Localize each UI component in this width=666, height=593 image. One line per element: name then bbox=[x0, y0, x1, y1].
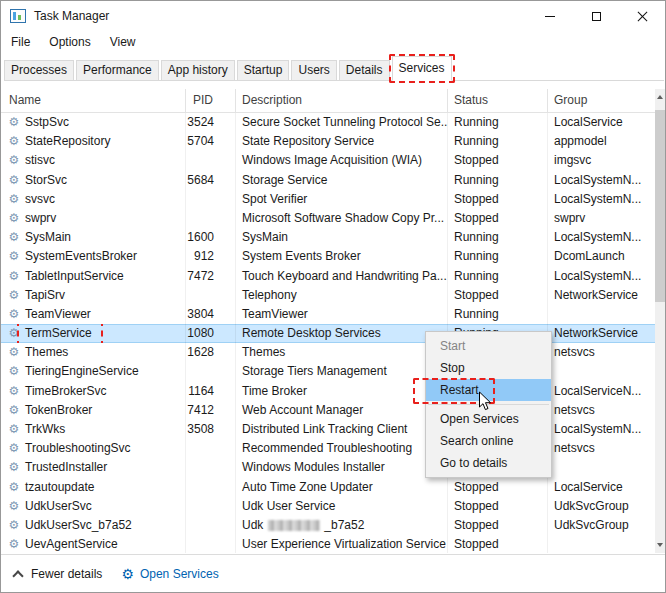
service-gear-icon: ⚙ bbox=[7, 190, 21, 209]
service-name: TeamViewer bbox=[25, 305, 91, 324]
scroll-down-button[interactable] bbox=[655, 537, 665, 553]
table-row[interactable]: ⚙TeamViewer3804TeamViewerRunning bbox=[1, 305, 656, 324]
maximize-button[interactable] bbox=[573, 1, 619, 31]
cell-name: ⚙Themes bbox=[1, 343, 186, 362]
column-header-pid[interactable]: PID bbox=[186, 89, 236, 112]
cell-description: Secure Socket Tunneling Protocol Se... bbox=[236, 113, 448, 132]
tab-processes[interactable]: Processes bbox=[4, 60, 74, 81]
title-bar: Task Manager bbox=[1, 1, 665, 31]
table-row[interactable]: ⚙TapiSrvTelephonyStoppedNetworkService bbox=[1, 286, 656, 305]
vertical-scrollbar[interactable] bbox=[655, 89, 665, 553]
cell-status: Running bbox=[448, 267, 548, 286]
service-gear-icon: ⚙ bbox=[7, 132, 21, 151]
service-gear-icon: ⚙ bbox=[7, 343, 21, 362]
table-row[interactable]: ⚙TimeBrokerSvc1164Time BrokerLocalServic… bbox=[1, 382, 656, 401]
cell-group: LocalSystemN... bbox=[548, 190, 655, 209]
table-row[interactable]: ⚙swprvMicrosoft Software Shadow Copy Pr.… bbox=[1, 209, 656, 228]
maximize-icon bbox=[592, 12, 601, 21]
cell-name: ⚙TieringEngineService bbox=[1, 362, 186, 381]
cell-group bbox=[548, 458, 655, 477]
menu-view[interactable]: View bbox=[110, 31, 136, 54]
menu-item-stop[interactable]: Stop bbox=[426, 357, 551, 379]
fewer-details-button[interactable]: Fewer details bbox=[14, 567, 102, 581]
column-header-status[interactable]: Status bbox=[448, 89, 548, 112]
table-row[interactable]: ⚙UevAgentServiceUser Experience Virtuali… bbox=[1, 535, 656, 553]
cell-description: Storage Tiers Management bbox=[236, 362, 448, 381]
table-row[interactable]: ⚙SystemEventsBroker912System Events Brok… bbox=[1, 247, 656, 266]
menu-options[interactable]: Options bbox=[49, 31, 90, 54]
table-row[interactable]: ⚙UdkUserSvc_b7a52Udk_b7a52StoppedUdkSvcG… bbox=[1, 516, 656, 535]
table-row[interactable]: ⚙TabletInputService7472Touch Keyboard an… bbox=[1, 267, 656, 286]
cell-pid: 3508 bbox=[186, 420, 236, 439]
cell-pid bbox=[186, 190, 236, 209]
cell-group: UdkSvcGroup bbox=[548, 497, 655, 516]
cell-group: LocalSystemN... bbox=[548, 228, 655, 247]
minimize-button[interactable] bbox=[527, 1, 573, 31]
cell-status: Stopped bbox=[448, 209, 548, 228]
table-row[interactable]: ⚙TrkWks3508Distributed Link Tracking Cli… bbox=[1, 420, 656, 439]
service-name: TermService bbox=[25, 324, 92, 343]
scroll-up-button[interactable] bbox=[655, 89, 665, 105]
menu-item-search-online[interactable]: Search online bbox=[426, 430, 551, 452]
table-row[interactable]: ⚙Themes1628Themesnetsvcs bbox=[1, 343, 656, 362]
scrollbar-thumb[interactable] bbox=[655, 110, 665, 302]
tab-app-history[interactable]: App history bbox=[161, 60, 235, 81]
tab-details[interactable]: Details bbox=[339, 60, 390, 81]
cell-group: LocalService bbox=[548, 113, 655, 132]
table-row[interactable]: ⚙svsvcSpot VerifierStoppedLocalSystemN..… bbox=[1, 190, 656, 209]
services-gear-icon: ⚙ bbox=[121, 566, 134, 582]
table-row[interactable]: ⚙SstpSvc3524Secure Socket Tunneling Prot… bbox=[1, 113, 656, 132]
cell-pid: 5684 bbox=[186, 171, 236, 190]
cell-group bbox=[548, 535, 655, 553]
table-row[interactable]: ⚙TroubleshootingSvcRecommended Troublesh… bbox=[1, 439, 656, 458]
cell-status: Stopped bbox=[448, 190, 548, 209]
table-row[interactable]: ⚙tzautoupdateAuto Time Zone UpdaterStopp… bbox=[1, 478, 656, 497]
context-menu: StartStopRestartOpen ServicesSearch onli… bbox=[425, 331, 552, 478]
table-row[interactable]: ⚙StorSvc5684Storage ServiceRunningLocalS… bbox=[1, 171, 656, 190]
cell-name: ⚙TabletInputService bbox=[1, 267, 186, 286]
table-row[interactable]: ⚙TermService1080Remote Desktop ServicesR… bbox=[1, 324, 656, 343]
tab-users[interactable]: Users bbox=[291, 60, 336, 81]
cell-name: ⚙SystemEventsBroker bbox=[1, 247, 186, 266]
menu-item-restart[interactable]: Restart bbox=[426, 379, 551, 401]
menu-item-go-to-details[interactable]: Go to details bbox=[426, 452, 551, 474]
service-name: TokenBroker bbox=[25, 401, 92, 420]
cell-description: Windows Modules Installer bbox=[236, 458, 448, 477]
service-name: svsvc bbox=[25, 190, 55, 209]
table-row[interactable]: ⚙TieringEngineServiceStorage Tiers Manag… bbox=[1, 362, 656, 381]
close-button[interactable] bbox=[619, 1, 665, 31]
service-gear-icon: ⚙ bbox=[7, 228, 21, 247]
cell-name: ⚙UevAgentService bbox=[1, 535, 186, 553]
table-row[interactable]: ⚙StateRepository5704State Repository Ser… bbox=[1, 132, 656, 151]
description-suffix: _b7a52 bbox=[324, 518, 364, 532]
table-row[interactable]: ⚙TokenBroker7412Web Account Managernetsv… bbox=[1, 401, 656, 420]
cell-status: Stopped bbox=[448, 478, 548, 497]
service-name: swprv bbox=[25, 209, 56, 228]
column-header-description[interactable]: Description bbox=[236, 89, 448, 112]
table-row[interactable]: ⚙SysMain1600SysMainRunningLocalSystemN..… bbox=[1, 228, 656, 247]
tab-label: Performance bbox=[83, 63, 152, 77]
menu-item-label: Start bbox=[440, 339, 465, 353]
cell-pid: 7412 bbox=[186, 401, 236, 420]
cell-description: Themes bbox=[236, 343, 448, 362]
tab-startup[interactable]: Startup bbox=[237, 60, 290, 81]
table-row[interactable]: ⚙stisvcWindows Image Acquisition (WIA)St… bbox=[1, 151, 656, 170]
open-services-link[interactable]: ⚙ Open Services bbox=[121, 566, 218, 582]
table-header: Name PID Description Status Group bbox=[1, 89, 656, 113]
menu-item-open-services[interactable]: Open Services bbox=[426, 408, 551, 430]
service-name: TroubleshootingSvc bbox=[25, 439, 131, 458]
cell-name: ⚙svsvc bbox=[1, 190, 186, 209]
cell-description: Auto Time Zone Updater bbox=[236, 478, 448, 497]
service-name: tzautoupdate bbox=[25, 478, 94, 497]
table-row[interactable]: ⚙UdkUserSvcUdk User ServiceStoppedUdkSvc… bbox=[1, 497, 656, 516]
tab-services[interactable]: Services bbox=[392, 56, 452, 81]
tab-label: Users bbox=[298, 63, 329, 77]
tab-performance[interactable]: Performance bbox=[76, 60, 159, 81]
column-header-group[interactable]: Group bbox=[548, 89, 656, 112]
table-row[interactable]: ⚙TrustedInstallerWindows Modules Install… bbox=[1, 458, 656, 477]
service-gear-icon: ⚙ bbox=[7, 209, 21, 228]
cell-pid bbox=[186, 209, 236, 228]
cell-group: DcomLaunch bbox=[548, 247, 655, 266]
column-header-name[interactable]: Name bbox=[1, 89, 186, 112]
menu-file[interactable]: File bbox=[11, 31, 30, 54]
